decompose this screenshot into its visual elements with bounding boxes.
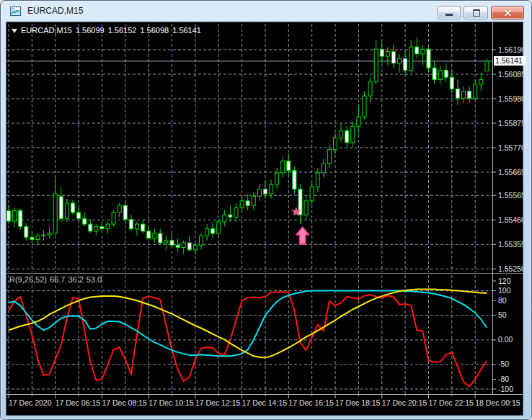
chart-window: EURCAD,M15 1.561901.560851.559801.558751… — [0, 0, 532, 420]
candle — [391, 52, 395, 63]
candle — [252, 196, 255, 205]
candle — [94, 226, 98, 231]
price-axis-label: 1.55665 — [498, 168, 523, 177]
candle — [89, 224, 92, 231]
indicator-lines — [9, 290, 487, 387]
candle — [468, 91, 471, 99]
price-axis-label: 1.55355 — [498, 240, 523, 249]
grid-lines — [6, 24, 492, 394]
window-controls — [438, 6, 524, 19]
chart-client-area: 1.561901.560851.559801.558751.557701.556… — [6, 22, 523, 416]
candle — [205, 229, 209, 236]
candle — [7, 210, 11, 221]
candle — [270, 184, 273, 194]
header-low: 1.56098 — [140, 26, 169, 35]
title-bar[interactable]: EURCAD,M15 — [1, 1, 531, 22]
current-price-badge: 1.56141 — [494, 56, 526, 66]
candle — [246, 201, 249, 205]
time-axis-label: 17 Dec 12:15 — [195, 398, 241, 407]
candle — [409, 47, 413, 70]
time-axis-label: 18 Dec 00:15 — [475, 398, 520, 407]
candle — [340, 131, 343, 138]
candle — [42, 235, 45, 236]
candle — [368, 82, 372, 96]
time-axis-label: 17 Dec 14:15 — [242, 398, 288, 407]
candle — [217, 222, 221, 233]
candle — [386, 52, 389, 57]
candle — [13, 210, 17, 221]
candle — [59, 197, 63, 219]
candle — [438, 71, 442, 80]
mt4-chart-icon — [10, 6, 22, 17]
candle — [25, 226, 28, 237]
candle — [65, 203, 68, 218]
time-axis-label: 17 Dec 08:15 — [102, 398, 147, 407]
candle — [71, 203, 75, 213]
restore-icon — [473, 9, 480, 17]
candle — [77, 213, 81, 218]
candle — [415, 47, 419, 54]
ohlc-dropdown-icon[interactable] — [12, 29, 17, 33]
candle — [287, 161, 291, 171]
time-axis-label: 17 Dec 2020 — [9, 398, 52, 407]
price-axis-label: 1.55770 — [498, 143, 523, 152]
restore-button[interactable] — [464, 6, 488, 19]
candle — [322, 164, 325, 173]
candle — [129, 220, 133, 229]
price-axis-label: 1.55875 — [498, 119, 523, 128]
candle — [357, 117, 360, 126]
header-close: 1.56141 — [172, 26, 201, 35]
candle — [444, 71, 448, 78]
indicator-axis-label: 0.00 — [498, 335, 513, 344]
candle — [433, 68, 436, 79]
candle — [106, 224, 110, 229]
header-high: 1.56152 — [108, 26, 137, 35]
candle — [275, 173, 279, 184]
indicator-label: R(9,26,52)66.736.253.0 — [9, 275, 105, 284]
minimize-button[interactable] — [438, 6, 461, 19]
candle — [170, 241, 174, 246]
chart-canvas[interactable]: 1.561901.560851.559801.558751.557701.556… — [6, 22, 523, 415]
candle — [462, 91, 466, 99]
minimize-icon — [445, 14, 453, 16]
indicator-axis-label: 100 — [498, 286, 511, 295]
candle — [456, 89, 459, 98]
candle — [316, 173, 319, 187]
close-button[interactable] — [491, 6, 524, 19]
candle — [427, 49, 430, 68]
candle — [380, 49, 384, 56]
candle — [182, 243, 185, 248]
indicator-line-red — [9, 292, 487, 387]
price-axis-label: 1.55980 — [498, 94, 523, 103]
window-title: EURCAD,M15 — [27, 6, 83, 16]
candle — [374, 49, 378, 81]
candle — [223, 215, 226, 222]
axes: 1.561901.560851.559801.558751.557701.556… — [6, 22, 523, 407]
candle — [421, 49, 425, 53]
time-axis-label: 17 Dec 22:15 — [429, 398, 474, 407]
candle — [112, 213, 115, 224]
price-axis-label: 1.55250 — [498, 264, 523, 273]
indicator-name: R(9,26,52) — [9, 275, 47, 284]
indicator-value-3: 53.0 — [87, 275, 102, 284]
candle — [83, 218, 87, 224]
candle — [304, 201, 308, 215]
candle — [200, 236, 203, 245]
candle — [398, 58, 402, 63]
time-axis-label: 17 Dec 06:15 — [56, 398, 101, 407]
candle — [53, 194, 57, 233]
arrow-up-icon — [296, 227, 309, 244]
candle — [187, 243, 191, 250]
price-axis-label: 1.56085 — [498, 70, 523, 79]
candle — [153, 233, 156, 238]
candle — [30, 237, 34, 239]
candle — [450, 77, 453, 89]
candle — [234, 208, 238, 218]
indicator-axis-label: 120 — [498, 277, 511, 285]
candle — [48, 233, 51, 235]
candle — [479, 79, 483, 84]
candle — [293, 171, 296, 189]
candle — [327, 150, 331, 164]
candle — [118, 205, 121, 213]
candle — [240, 201, 244, 208]
